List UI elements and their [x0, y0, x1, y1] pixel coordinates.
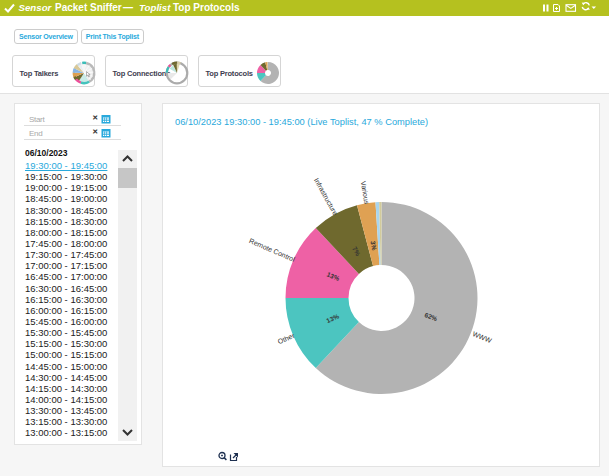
svg-text:Infrastructure: Infrastructure: [313, 177, 339, 217]
svg-text:Other: Other: [277, 332, 296, 346]
svg-text:Remote Control: Remote Control: [248, 237, 296, 263]
svg-text:WWW: WWW: [472, 330, 493, 344]
svg-text:Various: Various: [360, 181, 371, 206]
